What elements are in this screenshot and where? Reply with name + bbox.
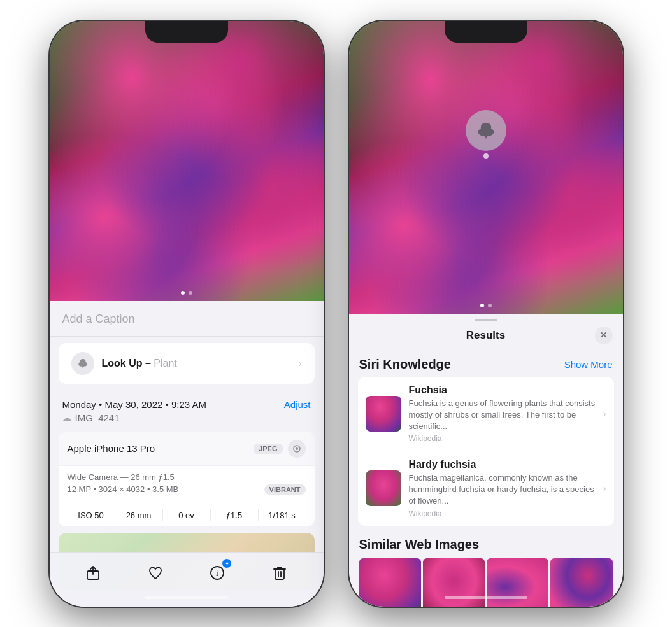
filename: IMG_4241 (75, 412, 120, 423)
info-badge: ✦ (222, 559, 231, 568)
results-header: Results ✕ (349, 324, 623, 352)
device-header: Apple iPhone 13 Pro JPEG (59, 432, 315, 466)
svg-text:i: i (216, 568, 218, 578)
dot-right-2 (488, 304, 492, 307)
resolution-info: 12 MP • 3024 × 4032 • 3.5 MB (68, 484, 179, 494)
left-phone: Add a Caption Look Up – Plant › (50, 21, 324, 607)
drag-handle (349, 314, 623, 324)
adjust-button[interactable]: Adjust (284, 399, 311, 410)
fuchsia-chevron: › (603, 409, 606, 419)
hardy-title: Hardy fuchsia (409, 459, 596, 470)
fuchsia-source: Wikipedia (409, 434, 596, 443)
knowledge-card: Fuchsia Fuchsia is a genus of flowering … (358, 377, 614, 526)
fuchsia-title: Fuchsia (409, 384, 596, 396)
dot-indicator-1 (181, 291, 185, 295)
info-button[interactable]: i ✦ (203, 559, 231, 587)
flower-photo-right[interactable] (349, 21, 623, 314)
siri-visual (466, 110, 506, 151)
phone-notch-right (445, 21, 527, 43)
svg-point-1 (296, 447, 298, 450)
phone-notch (145, 21, 228, 43)
settings-icon[interactable] (288, 440, 306, 458)
hardy-source: Wikipedia (409, 509, 596, 518)
similar-title: Similar Web Images (359, 537, 613, 552)
results-title: Results (377, 329, 595, 342)
favorite-button[interactable] (141, 559, 169, 587)
similar-images-grid (359, 558, 613, 607)
metadata-section: Monday • May 30, 2022 • 9:23 AM Adjust ☁… (50, 390, 324, 432)
exif-ev: 0 ev (163, 509, 211, 521)
siri-icon (71, 352, 94, 375)
exif-row: ISO 50 26 mm 0 ev ƒ1.5 1/181 s (59, 504, 315, 526)
flower-photo[interactable] (50, 21, 324, 301)
siri-dot (483, 153, 489, 159)
format-badge: JPEG (254, 444, 282, 454)
exif-focal: 26 mm (115, 509, 163, 521)
hardy-chevron: › (603, 483, 606, 493)
cloud-icon: ☁ (62, 412, 71, 423)
right-phone: Results ✕ Siri Knowledge Show More (349, 21, 623, 607)
device-name: Apple iPhone 13 Pro (68, 443, 155, 454)
similar-image-3[interactable] (487, 558, 548, 607)
dot-right-1 (480, 304, 484, 307)
caption-placeholder: Add a Caption (62, 313, 135, 325)
photo-date: Monday • May 30, 2022 • 9:23 AM (62, 399, 206, 410)
dot-indicator-2 (189, 291, 192, 295)
left-phone-screen: Add a Caption Look Up – Plant › (50, 21, 324, 607)
exif-aperture: ƒ1.5 (211, 509, 259, 521)
exif-shutter: 1/181 s (259, 509, 306, 521)
caption-area[interactable]: Add a Caption (50, 301, 324, 337)
siri-knowledge-header: Siri Knowledge Show More (349, 352, 623, 377)
vibrant-badge: VIBRANT (264, 484, 306, 495)
hardy-description: Fuchsia magellanica, commonly known as t… (409, 472, 596, 507)
right-phone-screen: Results ✕ Siri Knowledge Show More (349, 21, 623, 607)
results-panel: Results ✕ Siri Knowledge Show More (349, 314, 623, 607)
lookup-row[interactable]: Look Up – Plant › (59, 343, 315, 384)
close-button[interactable]: ✕ (595, 327, 613, 344)
siri-knowledge-title: Siri Knowledge (359, 357, 451, 372)
camera-info: Wide Camera — 26 mm ƒ1.5 (68, 472, 175, 482)
show-more-button[interactable]: Show More (564, 359, 613, 370)
lookup-label: Look Up – Plant (102, 358, 177, 369)
delete-button[interactable] (266, 559, 294, 587)
similar-image-4[interactable] (550, 558, 612, 607)
fuchsia-description: Fuchsia is a genus of flowering plants t… (409, 398, 596, 433)
filename-row: ☁ IMG_4241 (62, 412, 311, 423)
device-details: Wide Camera — 26 mm ƒ1.5 12 MP • 3024 × … (59, 466, 315, 504)
lookup-chevron: › (298, 358, 301, 369)
knowledge-item-fuchsia[interactable]: Fuchsia Fuchsia is a genus of flowering … (358, 377, 614, 452)
home-bar-left (145, 596, 228, 599)
similar-image-2[interactable] (423, 558, 485, 607)
device-card: Apple iPhone 13 Pro JPEG (59, 432, 315, 526)
fuchsia-thumbnail (366, 396, 401, 432)
hardy-thumbnail (366, 470, 401, 506)
knowledge-item-hardy[interactable]: Hardy fuchsia Fuchsia magellanica, commo… (358, 451, 614, 526)
hardy-content: Hardy fuchsia Fuchsia magellanica, commo… (409, 459, 596, 518)
share-button[interactable] (79, 559, 107, 587)
home-bar-right (445, 596, 527, 599)
similar-image-1[interactable] (359, 558, 421, 607)
fuchsia-content: Fuchsia Fuchsia is a genus of flowering … (409, 384, 596, 444)
exif-iso: ISO 50 (68, 509, 115, 521)
